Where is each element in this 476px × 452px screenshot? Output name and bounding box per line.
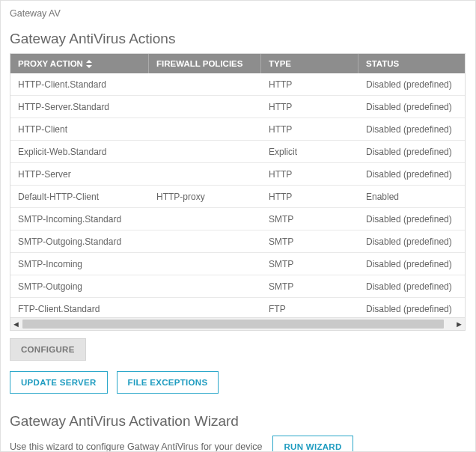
cell-proxy-action: HTTP-Client.Standard: [10, 79, 149, 90]
cell-type: Explicit: [261, 147, 358, 157]
section-title-antivirus-actions: Gateway AntiVirus Actions: [10, 31, 466, 47]
cell-proxy-action: HTTP-Server: [10, 169, 149, 180]
table-row[interactable]: SMTP-Incoming.StandardSMTPDisabled (pred…: [10, 208, 465, 230]
column-header-status[interactable]: STATUS: [358, 54, 454, 73]
table-row[interactable]: HTTP-ClientHTTPDisabled (predefined): [10, 118, 465, 141]
cell-type: HTTP: [261, 102, 358, 112]
cell-proxy-action: HTTP-Server.Standard: [10, 102, 149, 112]
scroll-left-icon[interactable]: ◄: [12, 320, 20, 329]
cell-status: Disabled (predefined): [358, 102, 465, 112]
cell-firewall-policies: HTTP-proxy: [149, 192, 261, 202]
column-header-label: STATUS: [366, 59, 399, 68]
table-row[interactable]: Explicit-Web.StandardExplicitDisabled (p…: [10, 141, 465, 163]
table-row[interactable]: HTTP-ServerHTTPDisabled (predefined): [10, 163, 465, 186]
cell-proxy-action: FTP-Client.Standard: [10, 304, 149, 314]
cell-status: Disabled (predefined): [358, 236, 465, 247]
column-header-label: FIREWALL POLICIES: [156, 59, 242, 68]
column-header-firewall-policies[interactable]: FIREWALL POLICIES: [149, 54, 261, 73]
section-title-activation-wizard: Gateway AntiVirus Activation Wizard: [10, 413, 466, 430]
cell-type: HTTP: [261, 192, 358, 202]
column-header-label: PROXY ACTION: [18, 59, 83, 68]
cell-status: Enabled: [358, 192, 465, 202]
column-header-label: TYPE: [269, 59, 291, 68]
cell-type: HTTP: [261, 124, 358, 135]
cell-proxy-action: Default-HTTP-Client: [10, 192, 149, 202]
cell-proxy-action: SMTP-Incoming.Standard: [10, 214, 149, 225]
table-row[interactable]: HTTP-Server.StandardHTTPDisabled (predef…: [10, 96, 465, 118]
file-exceptions-button[interactable]: FILE EXCEPTIONS: [117, 371, 219, 394]
scroll-thumb[interactable]: [22, 320, 444, 329]
cell-type: HTTP: [261, 169, 358, 180]
table-header: PROXY ACTION FIREWALL POLICIES TYPE STAT…: [10, 54, 465, 73]
cell-proxy-action: SMTP-Outgoing: [10, 281, 149, 292]
scroll-right-icon[interactable]: ►: [455, 320, 463, 329]
cell-status: Disabled (predefined): [358, 259, 465, 269]
sort-icon: [86, 60, 92, 68]
breadcrumb: Gateway AV: [10, 7, 466, 23]
cell-type: SMTP: [261, 236, 358, 247]
cell-status: Disabled (predefined): [358, 79, 465, 90]
svg-marker-1: [86, 65, 92, 68]
cell-proxy-action: Explicit-Web.Standard: [10, 147, 149, 157]
column-header-type[interactable]: TYPE: [261, 54, 358, 73]
table-row[interactable]: HTTP-Client.StandardHTTPDisabled (predef…: [10, 73, 465, 96]
cell-type: SMTP: [261, 259, 358, 269]
table-row[interactable]: SMTP-Outgoing.StandardSMTPDisabled (pred…: [10, 230, 465, 253]
antivirus-actions-table: PROXY ACTION FIREWALL POLICIES TYPE STAT…: [10, 53, 466, 331]
cell-type: FTP: [261, 304, 358, 314]
horizontal-scrollbar[interactable]: ◄ ►: [10, 317, 465, 330]
run-wizard-button[interactable]: RUN WIZARD: [272, 436, 353, 452]
column-header-proxy-action[interactable]: PROXY ACTION: [10, 54, 149, 73]
table-row[interactable]: SMTP-OutgoingSMTPDisabled (predefined): [10, 275, 465, 298]
svg-marker-0: [86, 60, 92, 63]
wizard-description: Use this wizard to configure Gatway Anti…: [10, 442, 262, 452]
configure-button[interactable]: CONFIGURE: [10, 338, 86, 361]
cell-type: HTTP: [261, 79, 358, 90]
cell-proxy-action: SMTP-Incoming: [10, 259, 149, 269]
cell-type: SMTP: [261, 281, 358, 292]
table-row[interactable]: SMTP-IncomingSMTPDisabled (predefined): [10, 253, 465, 275]
cell-status: Disabled (predefined): [358, 147, 465, 157]
cell-proxy-action: SMTP-Outgoing.Standard: [10, 236, 149, 247]
cell-type: SMTP: [261, 214, 358, 225]
update-server-button[interactable]: UPDATE SERVER: [10, 371, 108, 394]
cell-proxy-action: HTTP-Client: [10, 124, 149, 135]
table-row[interactable]: FTP-Client.StandardFTPDisabled (predefin…: [10, 298, 465, 317]
cell-status: Disabled (predefined): [358, 304, 465, 314]
cell-status: Disabled (predefined): [358, 169, 465, 180]
table-body[interactable]: HTTP-Client.StandardHTTPDisabled (predef…: [10, 73, 465, 317]
cell-status: Disabled (predefined): [358, 214, 465, 225]
cell-status: Disabled (predefined): [358, 281, 465, 292]
cell-status: Disabled (predefined): [358, 124, 465, 135]
table-row[interactable]: Default-HTTP-ClientHTTP-proxyHTTPEnabled: [10, 186, 465, 208]
